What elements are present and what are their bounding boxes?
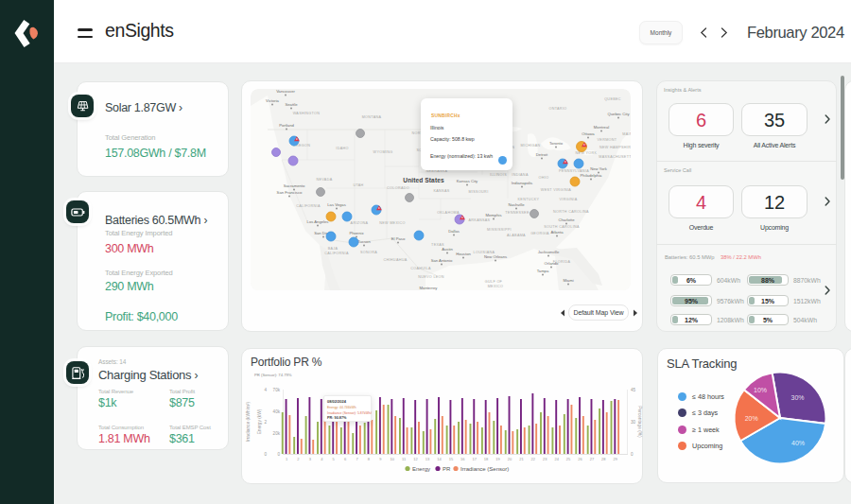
svg-text:10%: 10%	[754, 387, 767, 393]
svg-text:0: 0	[277, 452, 280, 457]
svg-text:Orlando: Orlando	[545, 261, 560, 266]
svg-text:Indianapolis: Indianapolis	[512, 181, 532, 185]
svg-text:Quebec City: Quebec City	[607, 112, 630, 116]
svg-text:MONTANA: MONTANA	[362, 115, 382, 119]
svg-text:ALABAMA: ALABAMA	[507, 234, 526, 237]
svg-text:Toronto: Toronto	[549, 141, 564, 146]
svg-text:25: 25	[566, 457, 571, 461]
svg-text:Percentage (%): Percentage (%)	[637, 406, 642, 438]
svg-text:23: 23	[543, 457, 547, 461]
svg-text:COLORADO: COLORADO	[387, 186, 409, 190]
svg-text:CALIFORNIA: CALIFORNIA	[324, 252, 349, 255]
svg-text:Energy: 44.746kWh: Energy: 44.746kWh	[327, 406, 356, 409]
svg-text:Miami: Miami	[563, 278, 573, 283]
svg-text:28: 28	[601, 457, 606, 461]
svg-text:Philadelphia: Philadelphia	[581, 173, 602, 178]
svg-text:2: 2	[297, 457, 300, 461]
svg-text:6: 6	[344, 457, 347, 461]
svg-text:NEW MEXICO: NEW MEXICO	[379, 221, 406, 225]
svg-text:Dallas: Dallas	[448, 229, 460, 234]
svg-text:El Paso: El Paso	[391, 236, 406, 241]
svg-text:NORTH CAROLINA: NORTH CAROLINA	[553, 210, 589, 214]
svg-text:CALIFORNIA: CALIFORNIA	[296, 204, 321, 208]
svg-text:GEORGIA: GEORGIA	[530, 232, 549, 235]
svg-text:Memphis: Memphis	[486, 213, 502, 217]
svg-text:27: 27	[590, 457, 595, 461]
svg-text:30%: 30%	[790, 394, 804, 401]
svg-text:TENNESSEE: TENNESSEE	[505, 211, 530, 215]
svg-text:16: 16	[460, 457, 465, 461]
svg-text:Seattle: Seattle	[285, 102, 298, 107]
svg-text:Irradiance (kWh/m²): Irradiance (kWh/m²)	[246, 401, 251, 442]
svg-text:SOUTH CAROLINA: SOUTH CAROLINA	[544, 225, 580, 229]
svg-text:26: 26	[578, 457, 582, 461]
svg-text:Jacksonville: Jacksonville	[538, 250, 560, 254]
svg-text:OHIO: OHIO	[539, 176, 549, 180]
svg-text:0: 0	[264, 452, 267, 457]
svg-text:KENTUCKY: KENTUCKY	[518, 198, 540, 201]
svg-text:18: 18	[484, 457, 489, 461]
svg-text:MISSOURI: MISSOURI	[468, 190, 488, 194]
svg-text:Sacramento: Sacramento	[284, 183, 305, 188]
svg-text:1: 1	[286, 457, 288, 461]
svg-text:INDIANA: INDIANA	[512, 173, 529, 177]
svg-text:Austin: Austin	[442, 247, 453, 252]
svg-text:10: 10	[391, 457, 395, 461]
svg-text:40%: 40%	[791, 440, 805, 446]
svg-text:ARKANSAS: ARKANSAS	[469, 218, 491, 222]
svg-text:Portland: Portland	[279, 123, 294, 128]
svg-text:14: 14	[437, 457, 442, 461]
svg-text:20%: 20%	[745, 415, 758, 422]
svg-text:29: 29	[614, 457, 618, 461]
svg-text:MEXICO: MEXICO	[488, 285, 504, 288]
svg-text:QUEBEC: QUEBEC	[604, 97, 621, 101]
svg-text:7: 7	[356, 457, 358, 461]
svg-text:VIRGINIA: VIRGINIA	[560, 198, 578, 201]
svg-text:VERMONT: VERMONT	[598, 138, 617, 142]
svg-text:Monterrey: Monterrey	[420, 286, 439, 290]
svg-text:ILLINOIS: ILLINOIS	[490, 173, 507, 177]
svg-text:WASHINGTON: WASHINGTON	[293, 112, 321, 115]
svg-text:MICHIGAN: MICHIGAN	[520, 144, 540, 148]
svg-text:CHIHUAHUA: CHIHUAHUA	[383, 258, 407, 262]
svg-text:0: 0	[631, 452, 634, 457]
svg-text:Detroit: Detroit	[536, 152, 548, 157]
svg-text:24: 24	[554, 457, 559, 461]
svg-text:20: 20	[508, 457, 512, 461]
svg-text:NEVADA: NEVADA	[317, 178, 333, 182]
svg-text:San Antonio: San Antonio	[431, 258, 453, 263]
svg-text:GULF OF: GULF OF	[485, 280, 503, 284]
svg-text:2: 2	[264, 420, 267, 425]
svg-text:Las Vegas: Las Vegas	[327, 202, 346, 207]
svg-text:Kansas City: Kansas City	[457, 179, 478, 183]
svg-text:9: 9	[379, 457, 382, 461]
svg-text:Nashville: Nashville	[509, 202, 526, 207]
svg-text:20k: 20k	[273, 431, 281, 436]
svg-text:MAINE: MAINE	[622, 132, 631, 136]
svg-text:Tucson: Tucson	[357, 239, 371, 244]
svg-text:New Orleans: New Orleans	[484, 254, 507, 259]
svg-text:MASSACHUSETTS: MASSACHUSETTS	[599, 155, 631, 159]
svg-text:PR (Sensor): 74.79%: PR (Sensor): 74.79%	[254, 373, 292, 377]
svg-text:San Francisco: San Francisco	[277, 190, 303, 195]
svg-text:08/02/2024: 08/02/2024	[327, 399, 347, 404]
svg-text:OKLAHOMA: OKLAHOMA	[437, 211, 460, 215]
svg-text:NEW YORK: NEW YORK	[576, 151, 598, 155]
svg-text:ONTARIO: ONTARIO	[549, 107, 567, 111]
svg-text:8: 8	[368, 457, 371, 461]
svg-text:United States: United States	[403, 177, 444, 183]
svg-text:COAHUILA: COAHUILA	[410, 267, 431, 270]
svg-text:70k: 70k	[273, 388, 281, 392]
svg-text:NEW HAMPSHIRE: NEW HAMPSHIRE	[599, 146, 631, 149]
svg-text:4: 4	[264, 388, 267, 392]
svg-text:Victoria: Victoria	[266, 98, 280, 103]
svg-text:11: 11	[402, 457, 407, 461]
svg-text:22: 22	[531, 457, 536, 461]
svg-text:Phoenix: Phoenix	[349, 231, 364, 235]
svg-text:NUEVO LEON: NUEVO LEON	[418, 275, 444, 279]
svg-text:Irradiance (Sensor): 5.87kWh/m: Irradiance (Sensor): 5.87kWh/m²	[327, 411, 372, 415]
svg-text:PR: PR	[443, 466, 451, 472]
svg-text:15: 15	[449, 457, 454, 461]
svg-text:12: 12	[413, 457, 418, 461]
svg-text:30: 30	[631, 420, 636, 425]
